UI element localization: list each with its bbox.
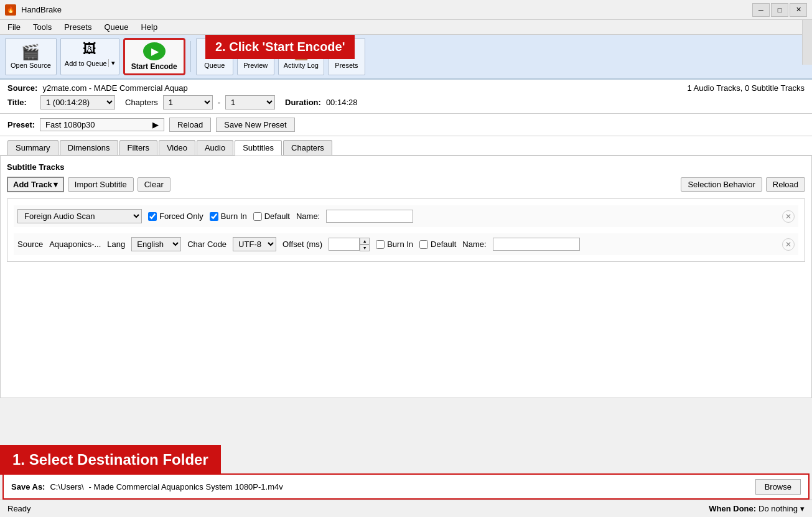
default-label-1: Default — [264, 212, 290, 221]
maximize-button[interactable]: □ — [771, 3, 788, 17]
chapters-label: Chapters — [125, 98, 158, 107]
preview-label: Preview — [243, 62, 268, 69]
burn-in-group-2: Burn In — [376, 240, 413, 249]
lang-select-2[interactable]: English — [131, 237, 181, 251]
destination-section: Save As: C:\Users\ - Made Commercial Aqu… — [2, 473, 810, 500]
offset-down-button[interactable]: ▼ — [360, 245, 370, 251]
import-subtitle-button[interactable]: Import Subtitle — [68, 177, 134, 192]
subtitle-tracks-label: Subtitle Tracks — [7, 162, 805, 172]
menu-bar: File Tools Presets Queue Help — [0, 20, 812, 35]
start-encode-button[interactable]: Start Encode — [123, 38, 185, 75]
toolbar: 🎬 Open Source 🖼 Add to Queue ▾ Start Enc… — [0, 35, 812, 80]
when-done-arrow[interactable]: ▾ — [800, 504, 805, 513]
chapters-from-select[interactable]: 1 — [163, 95, 213, 109]
when-done-value[interactable]: Do nothing — [758, 504, 798, 513]
title-label: Title: — [7, 98, 35, 107]
add-queue-icon: 🖼 — [83, 41, 96, 57]
menu-queue[interactable]: Queue — [99, 21, 133, 33]
default-group-1: Default — [253, 212, 290, 221]
tab-filters[interactable]: Filters — [119, 140, 157, 155]
tab-chapters[interactable]: Chapters — [283, 140, 332, 155]
start-encode-icon — [143, 42, 166, 60]
preset-label: Preset: — [7, 120, 35, 129]
subtitle-right-buttons: Selection Behavior Reload — [681, 177, 805, 192]
burn-in-group-1: Burn In — [210, 212, 247, 221]
close-button[interactable]: ✕ — [790, 3, 807, 17]
tab-dimensions[interactable]: Dimensions — [60, 140, 118, 155]
duration-label: Duration: — [285, 98, 321, 107]
reload-button[interactable]: Reload — [169, 118, 211, 132]
menu-file[interactable]: File — [2, 21, 26, 33]
default-checkbox-2[interactable] — [419, 240, 428, 249]
add-track-button[interactable]: Add Track ▾ — [7, 177, 64, 192]
preset-select[interactable]: Fast 1080p30 ▶ — [40, 118, 164, 131]
name-input-1[interactable] — [326, 210, 413, 223]
lang-label-2: Lang — [107, 240, 125, 249]
selection-behavior-button[interactable]: Selection Behavior — [681, 177, 762, 192]
open-source-button[interactable]: 🎬 Open Source — [5, 38, 57, 75]
offset-up-button[interactable]: ▲ — [360, 238, 370, 245]
duration-value: 00:14:28 — [326, 98, 358, 107]
tab-video[interactable]: Video — [159, 140, 195, 155]
tabs-row: Summary Dimensions Filters Video Audio S… — [0, 136, 812, 156]
forced-only-group: Forced Only — [148, 212, 203, 221]
presets-label: Presets — [335, 62, 358, 69]
forced-only-checkbox[interactable] — [148, 212, 157, 221]
tab-audio[interactable]: Audio — [197, 140, 233, 155]
toolbar-scrollbar[interactable] — [802, 20, 812, 65]
burn-in-label-2: Burn In — [387, 240, 413, 249]
save-as-label: Save As: — [11, 482, 45, 491]
name-input-2[interactable] — [493, 238, 580, 251]
source-info: Source: y2mate.com - MADE Commercial Aqu… — [0, 80, 812, 114]
subtitle-type-select[interactable]: Foreign Audio Scan — [17, 209, 142, 223]
default-group-2: Default — [419, 240, 456, 249]
source-label-2: Source — [17, 240, 43, 249]
step2-annotation: 2. Click 'Start Encode' — [205, 35, 355, 59]
preset-row: Preset: Fast 1080p30 ▶ Reload Save New P… — [0, 114, 812, 136]
offset-input-wrapper: ▲ ▼ — [329, 238, 370, 251]
status-bar: Ready When Done: Do nothing ▾ — [0, 500, 812, 517]
add-queue-label: Add to Queue — [65, 60, 107, 67]
default-checkbox-1[interactable] — [253, 212, 262, 221]
chapters-to-select[interactable]: 1 — [225, 95, 275, 109]
burn-in-checkbox-2[interactable] — [376, 240, 385, 249]
add-queue-dropdown-icon[interactable]: ▾ — [108, 59, 115, 67]
browse-button[interactable]: Browse — [755, 479, 801, 495]
open-source-icon: 🎬 — [21, 45, 40, 60]
save-as-path: C:\Users\ — [50, 482, 83, 491]
status-text: Ready — [7, 504, 31, 513]
menu-tools[interactable]: Tools — [28, 21, 57, 33]
source-value-2: Aquaponics-... — [49, 240, 101, 249]
name-label-2: Name: — [462, 240, 486, 249]
add-track-dropdown-icon: ▾ — [54, 180, 58, 189]
content-area: Subtitle Tracks Add Track ▾ Import Subti… — [0, 156, 812, 398]
remove-track-2-button[interactable]: ✕ — [782, 238, 795, 251]
charcode-label-2: Char Code — [187, 240, 226, 249]
tab-summary[interactable]: Summary — [7, 140, 58, 155]
forced-only-label: Forced Only — [159, 212, 203, 221]
toolbar-divider-1 — [190, 41, 191, 72]
title-bar: 🔥 HandBrake ─ □ ✕ — [0, 0, 812, 20]
burn-in-checkbox-1[interactable] — [210, 212, 218, 221]
minimize-button[interactable]: ─ — [752, 3, 770, 17]
menu-help[interactable]: Help — [136, 21, 162, 33]
chapters-dash: - — [218, 98, 220, 107]
offset-input-2[interactable] — [329, 238, 360, 251]
when-done-label: When Done: — [709, 504, 756, 513]
subtitle-reload-button[interactable]: Reload — [766, 177, 805, 192]
add-to-queue-button[interactable]: 🖼 Add to Queue ▾ — [60, 38, 119, 75]
open-source-label: Open Source — [11, 62, 51, 69]
menu-presets[interactable]: Presets — [59, 21, 96, 33]
save-new-preset-button[interactable]: Save New Preset — [216, 118, 294, 132]
offset-spinners: ▲ ▼ — [360, 238, 370, 251]
tab-subtitles[interactable]: Subtitles — [235, 140, 282, 156]
remove-track-1-button[interactable]: ✕ — [782, 210, 795, 223]
burn-in-label-1: Burn In — [221, 212, 247, 221]
title-select[interactable]: 1 (00:14:28) — [40, 95, 115, 109]
charcode-select-2[interactable]: UTF-8 — [233, 237, 276, 251]
activity-log-label: Activity Log — [284, 62, 319, 69]
offset-label-2: Offset (ms) — [282, 240, 322, 249]
clear-button[interactable]: Clear — [138, 177, 170, 192]
queue-label: Queue — [204, 62, 225, 69]
name-label-1: Name: — [296, 212, 320, 221]
